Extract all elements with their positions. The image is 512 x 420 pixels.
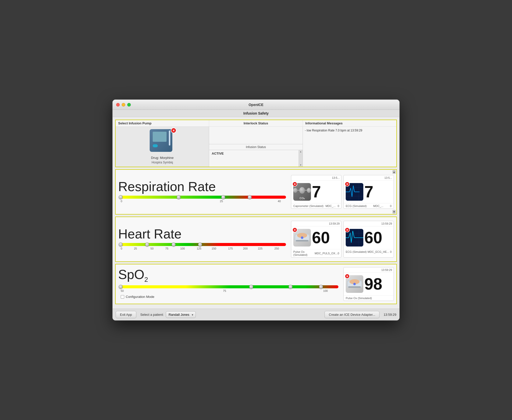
pump-device-name: Hospira Symbiq <box>152 161 173 164</box>
hr-thumb-2[interactable] <box>145 242 149 247</box>
hr-thumb-3[interactable] <box>172 242 176 247</box>
resp-scroll-down[interactable]: ▼ <box>393 210 396 214</box>
hr-label-25: 25 <box>134 247 137 250</box>
heart-rate-devices: 13:59:29 <box>291 221 394 258</box>
respiration-slider-container: 0 25 40 <box>118 196 289 204</box>
infusion-status-wrapper: ACTIVE ▲ ▼ <box>209 150 302 167</box>
bottom-timestamp: 13:59:29 <box>383 313 396 317</box>
svg-rect-31 <box>348 286 361 288</box>
infusion-status-label: Infusion Status <box>209 144 302 150</box>
config-mode-checkbox[interactable] <box>121 295 124 299</box>
ecg-resp-header: 13:5... <box>344 175 394 181</box>
hr-thumb-1[interactable] <box>119 242 123 247</box>
scroll-up[interactable]: ▲ <box>300 151 302 153</box>
select-wrapper: Randall Jones ▼ <box>166 311 196 318</box>
pump-cell[interactable]: × Drug: Morphine Hospira Symbiq <box>116 127 209 167</box>
ecg-resp-body: 7 <box>344 181 394 203</box>
pulseox-footer: Pulse Ox (Simulated) MDC_PULS_OX... 0 <box>291 249 341 257</box>
scroll-down[interactable]: ▼ <box>300 164 302 166</box>
pulseox-value: 60 <box>312 230 330 246</box>
hr-label-100: 100 <box>180 247 185 250</box>
ecg-resp-timestamp: 13:5... <box>384 176 392 179</box>
respiration-left: Respiration Rate 0 25 40 <box>118 180 289 204</box>
spo2-title-sub: 2 <box>144 276 148 283</box>
hr-label-75: 75 <box>165 247 168 250</box>
spo2-panel: SpO2 50 75 100 <box>115 264 397 304</box>
infusion-scrollbar[interactable]: ▲ ▼ <box>299 150 303 167</box>
config-mode-label: Configuration Mode <box>126 295 154 299</box>
resp-thumb-2[interactable] <box>177 195 181 199</box>
pump-icon-container: × <box>150 129 175 154</box>
interlock-status-header: Interlock Status <box>209 120 303 126</box>
heart-rate-title: Heart Rate <box>118 227 289 240</box>
spo2-pulseox-card: 13:59:29 98 <box>343 267 394 301</box>
capnometer-timestamp: 13:5... <box>332 176 340 179</box>
pump-button <box>153 144 158 147</box>
spo2-thumb-1[interactable] <box>119 285 123 289</box>
respiration-title: Respiration Rate <box>118 180 289 193</box>
patient-select[interactable]: Randall Jones <box>166 311 196 318</box>
ecg-hr-timestamp: 13:59:29 <box>381 222 392 225</box>
capnometer-footer: Capnometer (Simulated) MDC_... 0 <box>291 203 341 208</box>
resp-thumb-3[interactable] <box>221 195 225 199</box>
hr-label-125: 125 <box>197 247 201 250</box>
hr-thumb-4[interactable] <box>198 242 202 247</box>
atom-center <box>299 187 305 194</box>
select-patient-label: Select a patient: <box>140 313 164 317</box>
svg-point-14 <box>301 236 303 239</box>
create-adapter-button[interactable]: Create an ICE Device Adapter... <box>325 311 379 318</box>
resp-thumb-4[interactable] <box>248 195 252 199</box>
maximize-button[interactable] <box>127 103 131 107</box>
window-controls <box>116 103 131 107</box>
resp-scroll-up[interactable]: ▲ <box>393 170 396 174</box>
subtitle-text: Infusion Safety <box>243 111 269 115</box>
hr-label-175: 175 <box>228 247 233 250</box>
spo2-thumb-3[interactable] <box>289 285 293 289</box>
infusion-header: Select Infusion Pump Interlock Status In… <box>116 120 396 127</box>
spo2-pulseox-header: 13:59:29 <box>344 267 394 273</box>
infusion-panel: Select Infusion Pump Interlock Status In… <box>115 120 397 167</box>
ecg-hr-metric: MDC_ECG_HE... <box>368 250 389 253</box>
pump-tube <box>169 130 170 146</box>
svg-rect-15 <box>296 240 308 241</box>
spo2-thumb-2[interactable] <box>249 285 253 289</box>
spo2-label-max: 100 <box>323 289 328 292</box>
resp-slider-labels: 0 25 40 <box>121 200 286 204</box>
capnometer-error-badge <box>292 182 297 187</box>
ecg-hr-card: 13:59:29 <box>343 221 394 258</box>
capnometer-value: 7 <box>312 184 321 200</box>
heart-rate-left: Heart Rate 0 25 50 75 100 125 <box>118 227 289 251</box>
ecg-resp-error-badge <box>345 182 350 187</box>
select-pump-header: Select Infusion Pump <box>116 120 209 126</box>
hr-label-0: 0 <box>121 247 122 250</box>
spo2-thumb-4[interactable] <box>319 285 323 289</box>
resp-label-min: 0 <box>121 200 122 203</box>
info-messages-cell: - low Respiration Rate 7.0 bpm at 13:59:… <box>303 127 396 167</box>
exit-app-button[interactable]: Exit App <box>116 311 136 318</box>
hr-label-250: 250 <box>274 247 279 250</box>
capnometer-card: 13:5... CO₂ <box>291 175 341 209</box>
info-message-text: - low Respiration Rate 7.0 bpm at 13:59:… <box>305 129 362 132</box>
resp-label-mid: 25 <box>220 200 223 203</box>
ecg-resp-card: 13:5... <box>343 175 394 209</box>
capnometer-metric: MDC_... <box>326 204 336 207</box>
pump-drug-name: Drug: Morphine <box>151 156 174 160</box>
ecg-hr-footer: ECG (Simulated) MDC_ECG_HE... 0 <box>344 249 394 254</box>
pump-screen <box>153 132 167 142</box>
pump-error-badge: × <box>171 128 176 133</box>
resp-label-max: 40 <box>278 200 281 203</box>
ecg-resp-footer: ECG (Simulated) MDC_... 0 <box>344 203 394 208</box>
minimize-button[interactable] <box>122 103 125 107</box>
pulseox-body: 60 <box>291 226 341 249</box>
config-mode-row: Configuration Mode <box>118 293 341 300</box>
heart-rate-slider-track[interactable] <box>121 243 286 246</box>
pulseox-name: Pulse Ox (Simulated) <box>293 250 315 256</box>
hr-label-150: 150 <box>212 247 216 250</box>
resp-thumb-1[interactable] <box>119 195 123 199</box>
respiration-slider-track[interactable] <box>121 196 286 199</box>
pulseox-header: 13:59:29 <box>291 221 341 226</box>
close-button[interactable] <box>116 103 120 107</box>
spo2-pulseox-body: 98 <box>344 273 394 295</box>
spo2-slider-track[interactable] <box>121 285 338 288</box>
infusion-status-value: ACTIVE <box>212 152 224 155</box>
